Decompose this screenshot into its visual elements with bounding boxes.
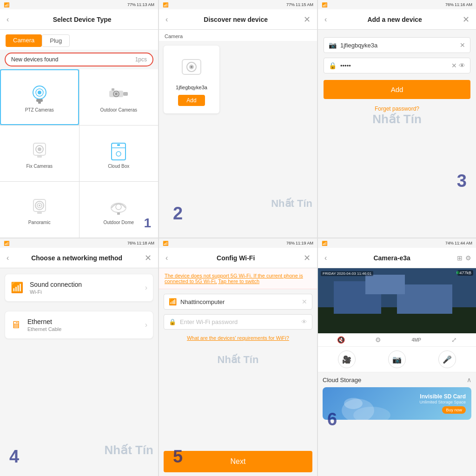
device-cloudbox[interactable]: Cloud Box	[79, 126, 159, 181]
wifi-requirements-link[interactable]: What are the devices' requirements for W…	[159, 332, 317, 344]
panel-select-device: 📶 77% 11:13 AM ‹ Select Device Type Came…	[0, 0, 158, 238]
photo-action-btn[interactable]: 📷	[388, 350, 406, 368]
clear-icon[interactable]: ✕	[460, 41, 465, 49]
mic-action-btn[interactable]: 🎤	[438, 350, 456, 368]
svg-rect-34	[365, 275, 405, 294]
time-6: 11:44 AM	[455, 241, 472, 245]
camera-settings-icon[interactable]: ⚙	[465, 254, 471, 262]
expand-icon[interactable]: ⤢	[451, 336, 457, 344]
back-button-5[interactable]: ‹	[164, 252, 170, 264]
cam-feed-inner	[318, 268, 476, 333]
next-button[interactable]: Next	[164, 451, 312, 472]
camera-feed: 477kB FRIDAY 2020-04-03 11:46:01	[318, 268, 476, 333]
pw-eye-icon[interactable]: 👁	[459, 62, 465, 69]
add-final-button[interactable]: Add	[324, 80, 470, 99]
step-badge-2: 2	[173, 204, 183, 224]
ptz-icon	[28, 82, 51, 106]
device-fix[interactable]: Fix Cameras	[0, 126, 79, 181]
tab-row-1: Camera Plug	[0, 30, 158, 50]
battery-3: 76%	[445, 2, 454, 7]
status-right-3: 76% 11:16 AM	[445, 2, 472, 7]
time-2: 11:15 AM	[296, 2, 313, 7]
outdoor-icon	[107, 82, 130, 106]
header-bar-3: ‹ Add a new device ✕	[318, 9, 476, 30]
svg-rect-17	[117, 144, 120, 146]
method-wifi-sub: Wi-Fi	[30, 289, 145, 295]
cloudbox-label: Cloud Box	[108, 164, 129, 169]
panel-camera-view: 📶 74% 11:44 AM ‹ Camera-e3a ⊞ ⚙ 477kB FR…	[318, 238, 476, 476]
new-devices-count: 1pcs	[135, 56, 147, 63]
svg-point-7	[115, 93, 118, 95]
pw-clear-icon[interactable]: ✕	[451, 62, 457, 69]
svg-point-21	[39, 205, 40, 206]
method-eth-info: Ethernet Ethernet Cable	[27, 318, 145, 332]
cam-controls-bar: 🔇 ⚙ 4MP ⤢	[318, 333, 476, 347]
close-button-3[interactable]: ✕	[461, 13, 471, 26]
password-value: •••••	[340, 62, 451, 69]
panoramic-label: Panoramic	[28, 220, 51, 225]
add-device-form: 📷 1jfiegbqyke3a ✕ 🔒 ••••• ✕ 👁 Add Forget…	[318, 30, 476, 121]
header-bar-6: ‹ Camera-e3a ⊞ ⚙	[318, 248, 476, 268]
camera-section-label: Camera	[159, 30, 317, 41]
method-wifi-card[interactable]: 📶 Sound connection Wi-Fi ›	[5, 274, 153, 302]
battery-2: 77%	[286, 2, 295, 7]
close-button-4[interactable]: ✕	[143, 251, 153, 265]
pw-placeholder-text: Enter Wi-Fi password	[180, 318, 301, 325]
close-button-2[interactable]: ✕	[302, 13, 312, 26]
status-bar-6: 📶 74% 11:44 AM	[318, 238, 476, 248]
mute-icon[interactable]: 🔇	[337, 336, 345, 344]
forget-password-link[interactable]: Forget password?	[324, 104, 470, 114]
add-device-button[interactable]: Add	[178, 95, 205, 106]
cloud-buy-button[interactable]: Buy now	[442, 406, 466, 414]
time-4: 11:18 AM	[137, 241, 154, 245]
device-outdoor[interactable]: Outdoor Cameras	[79, 69, 159, 125]
back-button-4[interactable]: ‹	[5, 252, 11, 264]
wifi-name-row[interactable]: 📶 Nhattincomputer ✕	[164, 294, 312, 310]
panel-discover: 📶 77% 11:15 AM ‹ Discover new device ✕ C…	[159, 0, 317, 238]
header-bar-4: ‹ Choose a networking method ✕	[0, 248, 158, 268]
video-action-btn[interactable]: 🎥	[338, 350, 356, 368]
tab-camera[interactable]: Camera	[6, 34, 42, 47]
eth-arrow-icon: ›	[145, 321, 147, 329]
method-eth-title: Ethernet	[27, 318, 145, 325]
back-button-1[interactable]: ‹	[5, 13, 11, 26]
camera-grid-icon[interactable]: ⊞	[457, 254, 463, 262]
wifi-password-row[interactable]: 🔒 Enter Wi-Fi password 👁	[164, 314, 312, 330]
panel-add-device: 📶 76% 11:16 AM ‹ Add a new device ✕ 📷 1j…	[318, 0, 476, 238]
tab-plug[interactable]: Plug	[42, 34, 70, 47]
svg-point-12	[38, 147, 41, 151]
close-button-5[interactable]: ✕	[302, 251, 312, 265]
battery-5: 76%	[286, 241, 295, 245]
svg-point-2	[38, 91, 41, 94]
settings-sliders-icon[interactable]: ⚙	[375, 336, 381, 344]
back-button-3[interactable]: ‹	[323, 13, 329, 26]
svg-point-37	[344, 398, 363, 409]
back-button-2[interactable]: ‹	[164, 13, 170, 26]
outdoordome-label: Outdoor Dome	[103, 220, 134, 225]
pw-eye-icon-5[interactable]: 👁	[301, 318, 307, 325]
cam-action-row: 🎥 📷 🎤	[318, 347, 476, 372]
warning-link[interactable]: Tap here to switch	[218, 278, 259, 284]
header-bar-2: ‹ Discover new device ✕	[159, 9, 317, 30]
wifi-clear-icon[interactable]: ✕	[302, 298, 307, 305]
status-left-2: 📶	[163, 2, 168, 7]
device-ptz[interactable]: PTZ Cameras	[0, 69, 79, 125]
method-eth-card[interactable]: 🖥 Ethernet Ethernet Cable ›	[5, 311, 153, 339]
fix-icon	[28, 139, 51, 162]
discovered-cam-icon	[178, 53, 205, 81]
status-left-1: 📶	[4, 2, 9, 7]
panel-config-wifi: 📶 76% 11:19 AM ‹ Config Wi-Fi ✕ The devi…	[159, 238, 317, 476]
bandwidth-badge: 477kB	[457, 270, 473, 276]
header-bar-1: ‹ Select Device Type	[0, 9, 158, 30]
password-row[interactable]: 🔒 ••••• ✕ 👁	[324, 58, 470, 73]
status-left-5: 📶	[163, 241, 168, 246]
cam-feed-svg	[318, 268, 476, 333]
wifi-name-value: Nhattincomputer	[180, 298, 302, 305]
back-button-6[interactable]: ‹	[323, 252, 329, 264]
svg-rect-4	[38, 102, 41, 104]
device-panoramic[interactable]: Panoramic	[0, 182, 79, 238]
cam-date-overlay: FRIDAY 2020-04-03 11:46:01	[321, 271, 373, 276]
svg-point-16	[116, 152, 121, 156]
cloud-chevron-icon[interactable]: ∧	[467, 376, 471, 383]
ptz-label: PTZ Cameras	[25, 107, 54, 112]
